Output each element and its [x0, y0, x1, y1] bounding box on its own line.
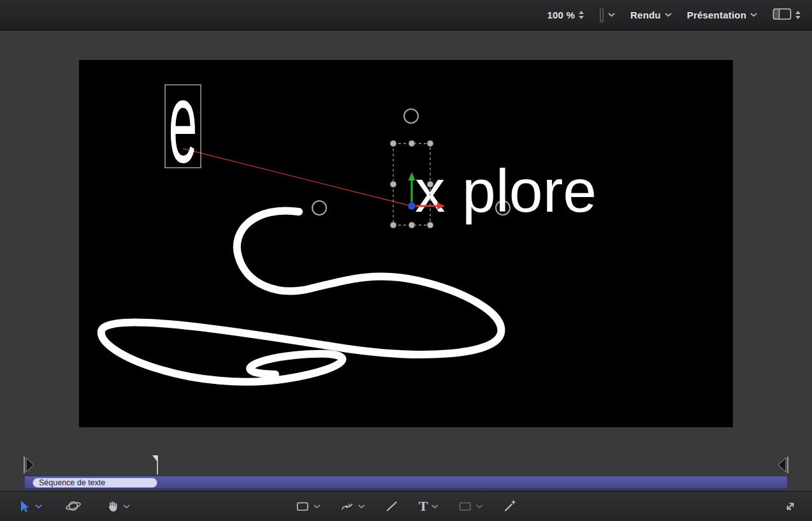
bezier-curve-icon — [340, 499, 355, 514]
anchor-point[interactable] — [408, 202, 416, 210]
channel-dropdown[interactable] — [599, 8, 615, 23]
control-point-circle[interactable] — [312, 201, 326, 215]
select-arrow-icon — [17, 499, 32, 514]
orbit-icon — [65, 499, 82, 514]
motion-path-line — [183, 149, 411, 206]
chevron-down-icon — [608, 13, 615, 17]
mask-tool-button[interactable] — [457, 499, 482, 514]
out-marker[interactable] — [778, 457, 788, 473]
workspace: e x plore — [0, 31, 812, 453]
chevron-down-icon — [431, 504, 438, 509]
chevron-down-icon — [123, 504, 130, 509]
stepper-up-icon — [795, 11, 801, 14]
layout-stepper[interactable] — [795, 11, 801, 19]
in-marker[interactable] — [24, 457, 34, 473]
expand-view-button[interactable] — [783, 499, 798, 514]
line-icon — [384, 499, 400, 514]
timeline-bar[interactable]: Séquence de texte — [24, 476, 788, 489]
layout-control[interactable] — [772, 8, 801, 23]
playhead[interactable] — [152, 455, 157, 474]
select-tool-button[interactable] — [17, 499, 42, 514]
hand-icon — [105, 499, 120, 514]
view-label: Présentation — [687, 10, 746, 20]
rectangle-tool-button[interactable] — [295, 499, 321, 514]
floating-letter[interactable]: e — [168, 60, 197, 187]
zoom-control[interactable]: 100 % — [547, 10, 584, 20]
paint-stroke-icon — [502, 499, 517, 514]
zoom-stepper[interactable] — [579, 11, 584, 19]
rectangle-icon — [295, 499, 310, 514]
color-well-icon — [599, 8, 604, 23]
line-tool-button[interactable] — [384, 499, 400, 514]
title-text[interactable]: x plore — [415, 157, 597, 224]
chevron-down-icon — [475, 504, 482, 509]
pan-tool-button[interactable] — [105, 499, 130, 514]
chevron-down-icon — [35, 504, 42, 509]
expand-arrows-icon — [783, 499, 798, 514]
bezier-tool-button[interactable] — [340, 499, 365, 514]
mask-rectangle-icon — [457, 499, 472, 514]
sequence-label-box[interactable]: Séquence de texte — [33, 478, 157, 488]
mini-timeline: Séquence de texte — [0, 453, 812, 491]
render-label: Rendu — [630, 10, 661, 20]
canvas-viewport[interactable]: e x plore — [79, 60, 733, 427]
sequence-label: Séquence de texte — [39, 478, 105, 487]
top-toolbar: 100 % Rendu Présentation — [0, 0, 812, 31]
view-dropdown[interactable]: Présentation — [687, 10, 757, 20]
stepper-down-icon — [579, 16, 584, 19]
bottom-toolbar: T — [0, 491, 812, 521]
paint-stroke-tool-button[interactable] — [502, 499, 517, 514]
stepper-up-icon — [579, 11, 584, 14]
render-dropdown[interactable]: Rendu — [630, 10, 672, 20]
text-tool-button[interactable]: T — [419, 499, 439, 513]
chevron-down-icon — [750, 13, 757, 17]
chevron-down-icon — [314, 504, 321, 509]
transform-3d-tool-button[interactable] — [65, 499, 82, 514]
stepper-down-icon — [795, 16, 801, 19]
flourish-stroke[interactable] — [101, 210, 502, 381]
chevron-down-icon — [665, 13, 672, 17]
y-axis-arrowhead — [409, 172, 416, 180]
chevron-down-icon — [358, 504, 365, 509]
zoom-value: 100 % — [547, 10, 576, 20]
control-point-circle[interactable] — [404, 109, 418, 123]
text-tool-icon: T — [419, 499, 428, 513]
motion-window: 100 % Rendu Présentation — [0, 0, 812, 521]
window-layout-icon — [772, 8, 792, 23]
